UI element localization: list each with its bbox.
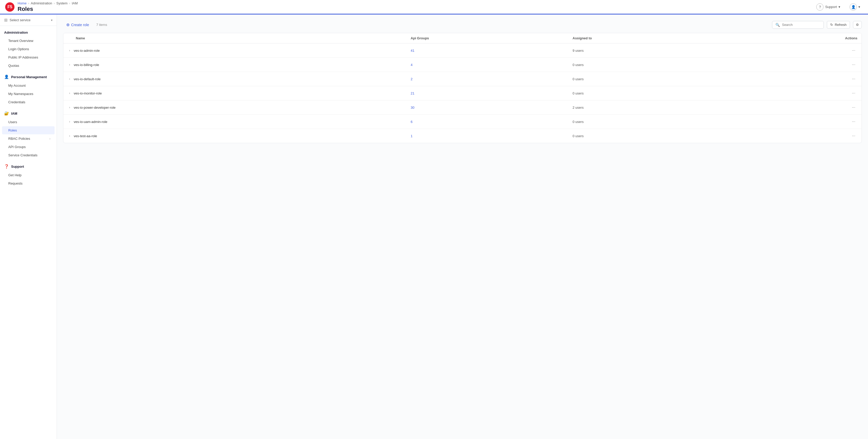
api-groups-link[interactable]: 4 bbox=[411, 63, 412, 67]
table-row: › ves-io-power-developer-role 30 2 users… bbox=[63, 100, 862, 115]
col-api-groups: Api Groups bbox=[407, 33, 568, 43]
settings-button[interactable]: ⚙ bbox=[853, 21, 862, 28]
expand-row-button[interactable]: › bbox=[67, 62, 72, 67]
roles-table-container: Name Api Groups Assigned to Actions › ve… bbox=[63, 33, 862, 143]
search-icon: 🔍 bbox=[775, 23, 780, 27]
api-groups-cell: 4 bbox=[407, 58, 568, 72]
support-label: Support bbox=[825, 5, 837, 9]
role-name: ves-io-power-developer-role bbox=[74, 106, 116, 110]
personal-management-section: 👤 Personal Management bbox=[0, 70, 57, 81]
assigned-to-cell: 0 users bbox=[568, 86, 736, 100]
actions-cell: ··· bbox=[736, 43, 862, 58]
api-groups-link[interactable]: 1 bbox=[411, 134, 412, 138]
sidebar-item-label: Credentials bbox=[8, 100, 25, 104]
table-row: › ves-io-uam-admin-role 6 0 users ··· bbox=[63, 115, 862, 129]
search-box[interactable]: 🔍 bbox=[772, 21, 824, 29]
expand-row-button[interactable]: › bbox=[67, 48, 72, 53]
breadcrumb-admin: Administration bbox=[31, 1, 52, 5]
api-groups-cell: 1 bbox=[407, 129, 568, 143]
sidebar-item-credentials[interactable]: Credentials bbox=[2, 98, 55, 106]
sidebar-item-my-account[interactable]: My Account bbox=[2, 82, 55, 90]
table-row: › ves-test-aa-role 1 0 users ··· bbox=[63, 129, 862, 143]
actions-cell: ··· bbox=[736, 100, 862, 115]
admin-section-title: Administration bbox=[0, 26, 57, 36]
sidebar-item-api-groups[interactable]: API Groups bbox=[2, 143, 55, 151]
create-role-button[interactable]: ⊕ Create role bbox=[63, 21, 92, 29]
sidebar-item-my-namespaces[interactable]: My Namespaces bbox=[2, 90, 55, 98]
actions-cell: ··· bbox=[736, 58, 862, 72]
api-groups-cell: 2 bbox=[407, 72, 568, 86]
role-name: ves-io-billing-role bbox=[74, 63, 99, 67]
roles-table: Name Api Groups Assigned to Actions › ve… bbox=[63, 33, 862, 143]
settings-icon: ⚙ bbox=[856, 23, 859, 27]
personal-management-title: Personal Management bbox=[11, 75, 47, 79]
sidebar-item-label: Get Help bbox=[8, 173, 22, 177]
sidebar-item-label: My Account bbox=[8, 84, 26, 87]
name-cell: › ves-test-aa-role bbox=[63, 129, 407, 143]
user-menu-button[interactable]: 👤 ▾ bbox=[847, 2, 863, 12]
refresh-icon: ↻ bbox=[830, 23, 833, 27]
sidebar-item-label: Tenant Overview bbox=[8, 39, 33, 43]
table-row: › ves-io-default-role 2 0 users ··· bbox=[63, 72, 862, 86]
col-actions: Actions bbox=[736, 33, 862, 43]
sidebar-item-label: Roles bbox=[8, 128, 17, 132]
sidebar-item-get-help[interactable]: Get Help bbox=[2, 171, 55, 179]
select-service-button[interactable]: ⊞ Select service ▾ bbox=[0, 14, 57, 26]
row-actions-button[interactable]: ··· bbox=[850, 76, 858, 82]
actions-cell: ··· bbox=[736, 86, 862, 100]
breadcrumb-system: System bbox=[56, 1, 67, 5]
items-count: 7 items bbox=[96, 23, 107, 27]
breadcrumb-iam: IAM bbox=[72, 1, 78, 5]
refresh-label: Refresh bbox=[835, 23, 846, 27]
row-actions-button[interactable]: ··· bbox=[850, 90, 858, 96]
expand-row-button[interactable]: › bbox=[67, 77, 72, 81]
sidebar-item-users[interactable]: Users bbox=[2, 118, 55, 126]
sidebar-item-tenant-overview[interactable]: Tenant Overview bbox=[2, 37, 55, 45]
row-actions-button[interactable]: ··· bbox=[850, 118, 858, 125]
expand-row-button[interactable]: › bbox=[67, 105, 72, 110]
row-actions-button[interactable]: ··· bbox=[850, 133, 858, 139]
breadcrumb-home[interactable]: Home bbox=[18, 1, 27, 5]
api-groups-link[interactable]: 21 bbox=[411, 91, 414, 95]
assigned-to-cell: 0 users bbox=[568, 72, 736, 86]
row-actions-button[interactable]: ··· bbox=[850, 61, 858, 68]
sidebar-item-requests[interactable]: Requests bbox=[2, 179, 55, 187]
sidebar-item-label: Requests bbox=[8, 181, 23, 185]
actions-cell: ··· bbox=[736, 115, 862, 129]
name-cell: › ves-io-default-role bbox=[63, 72, 407, 86]
assigned-to-cell: 0 users bbox=[568, 129, 736, 143]
expand-row-button[interactable]: › bbox=[67, 91, 72, 95]
refresh-button[interactable]: ↻ Refresh bbox=[827, 21, 850, 28]
role-name: ves-test-aa-role bbox=[74, 134, 97, 138]
row-actions-button[interactable]: ··· bbox=[850, 47, 858, 54]
support-section-icon: ❓ bbox=[4, 164, 9, 169]
sidebar-item-public-ip[interactable]: Public IP Addresses bbox=[2, 53, 55, 61]
expand-row-button[interactable]: › bbox=[67, 134, 72, 138]
sidebar-item-rbac-policies[interactable]: RBAC Policies › bbox=[2, 135, 55, 143]
expand-row-button[interactable]: › bbox=[67, 119, 72, 124]
sidebar-item-label: RBAC Policies bbox=[8, 137, 30, 141]
col-name: Name bbox=[63, 33, 407, 43]
support-button[interactable]: ? Support ▾ bbox=[814, 2, 843, 12]
api-groups-link[interactable]: 30 bbox=[411, 106, 414, 110]
api-groups-link[interactable]: 41 bbox=[411, 49, 414, 53]
assigned-to-cell: 2 users bbox=[568, 100, 736, 115]
table-row: › ves-io-monitor-role 21 0 users ··· bbox=[63, 86, 862, 100]
breadcrumb-sep-3: › bbox=[69, 1, 70, 5]
sidebar-item-quotas[interactable]: Quotas bbox=[2, 62, 55, 70]
support-section: ❓ Support bbox=[0, 159, 57, 171]
personal-management-icon: 👤 bbox=[4, 75, 9, 79]
sidebar-item-roles[interactable]: Roles bbox=[2, 126, 55, 134]
select-service-left: ⊞ Select service bbox=[4, 18, 31, 23]
iam-title: IAM bbox=[11, 112, 17, 115]
sidebar-item-label: Quotas bbox=[8, 64, 19, 67]
row-actions-button[interactable]: ··· bbox=[850, 104, 858, 111]
api-groups-link[interactable]: 2 bbox=[411, 77, 412, 81]
sidebar-item-service-credentials[interactable]: Service Credentials bbox=[2, 151, 55, 159]
sidebar-item-login-options[interactable]: Login Options bbox=[2, 45, 55, 53]
search-input[interactable] bbox=[782, 23, 820, 27]
name-cell: › ves-io-admin-role bbox=[63, 43, 407, 58]
toolbar-left: ⊕ Create role 7 items bbox=[63, 21, 107, 29]
api-groups-link[interactable]: 6 bbox=[411, 120, 412, 124]
iam-section: 🔐 IAM bbox=[0, 107, 57, 118]
